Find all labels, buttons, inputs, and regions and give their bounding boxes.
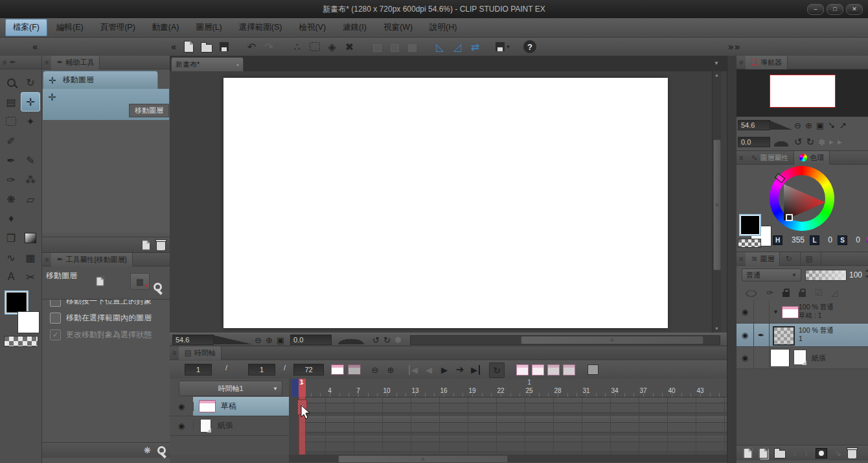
transparent-swatch[interactable]	[738, 239, 761, 248]
play-icon[interactable]: ▶	[437, 362, 451, 377]
fill-icon[interactable]: ◈	[323, 38, 341, 55]
expand-triangle-icon[interactable]: ▼	[773, 309, 779, 315]
save-icon[interactable]	[215, 38, 233, 55]
checkbox-row-2[interactable]: 移動在選擇範圍內的圖層	[50, 313, 170, 324]
rotate-cw-icon[interactable]: ↻	[383, 335, 391, 345]
reselect-icon[interactable]	[306, 38, 323, 55]
register-settings-icon[interactable]: ❋	[144, 445, 151, 455]
rotate-view-tool-icon[interactable]: ↻	[21, 73, 40, 92]
panel-menu-icon[interactable]: ≡	[739, 58, 742, 66]
menu-item-window[interactable]: 視窗(W)	[376, 19, 420, 36]
tab-color-wheel[interactable]: 色環	[794, 151, 830, 165]
layer-row-cel-1[interactable]: ◉ ✒ 100 % 普通 1	[737, 324, 868, 347]
rotate-ccw-icon[interactable]: ↺	[372, 335, 380, 345]
create-layer-mask-icon[interactable]	[816, 448, 827, 458]
paper-thumbnail[interactable]	[770, 349, 790, 367]
current-frame-value[interactable]: 1	[185, 364, 212, 375]
sat-value[interactable]: 0	[847, 235, 860, 244]
deselect-icon[interactable]: ∴	[288, 38, 306, 55]
undo-icon[interactable]: ↶	[243, 38, 260, 55]
scroll-down-icon[interactable]: ▼	[713, 325, 721, 333]
snap-ruler-icon[interactable]: ◺	[431, 38, 449, 55]
tab-layer-search[interactable]: ↻	[780, 252, 800, 266]
pencil-tool-icon[interactable]: ✎	[21, 150, 40, 170]
zoom-value[interactable]: 54.6	[172, 335, 214, 345]
menu-item-help[interactable]: 說明(H)	[422, 19, 464, 36]
maximize-button[interactable]: □	[827, 4, 843, 15]
main-color-swatch[interactable]	[739, 214, 761, 236]
figure-tool-icon[interactable]: ∿	[1, 248, 21, 267]
menu-item-file[interactable]: 檔案(F)	[5, 19, 47, 36]
close-button[interactable]: ✕	[846, 4, 863, 15]
panel-menu-icon[interactable]: ≡	[3, 58, 6, 66]
eye-icon[interactable]: ◉	[170, 421, 194, 431]
fill-tool-icon[interactable]: ❒	[1, 228, 21, 248]
help-icon[interactable]: ?	[523, 40, 536, 53]
navigator-canvas-frame[interactable]	[770, 75, 836, 108]
eye-icon[interactable]: ◉	[737, 300, 754, 323]
flip-vertical-icon[interactable]: ➚	[839, 120, 847, 130]
opacity-value[interactable]: 100	[849, 270, 862, 279]
layer-row-draft-folder[interactable]: ◉ ▼ 100 % 普通 草稿 : 1	[737, 300, 868, 324]
canvas-tab[interactable]: 新畫布* ●	[171, 57, 244, 71]
next-frame-icon[interactable]: ➔	[453, 362, 467, 377]
hue-value[interactable]: 355	[782, 235, 805, 244]
new-animation-folder-icon[interactable]	[531, 362, 545, 377]
opacity-spin-down-icon[interactable]: ▼	[865, 274, 868, 279]
tab-layer-property[interactable]: ∿ 圖層屬性	[746, 151, 794, 165]
eye-icon[interactable]: ◉	[737, 324, 754, 346]
minimize-button[interactable]: ‒	[807, 4, 824, 15]
create-sub-tool-icon[interactable]	[142, 240, 150, 250]
gradient-tool-icon[interactable]	[21, 228, 40, 248]
panel-menu-icon[interactable]: ≡	[45, 255, 48, 263]
menu-item-view[interactable]: 檢視(V)	[291, 19, 334, 36]
zoom-in-icon[interactable]: ⊕	[266, 335, 273, 345]
nav-zoom-slider[interactable]	[770, 121, 792, 130]
eyedropper-tool-icon[interactable]: ✐	[1, 131, 21, 150]
tab-layers[interactable]: ≋ 圖層	[746, 252, 780, 266]
timeline-film-2-icon[interactable]	[347, 362, 361, 377]
timeline-scroll-thumb[interactable]: ≡	[338, 455, 508, 463]
tab-navigator[interactable]: ❏ 導航器	[746, 56, 788, 69]
nav-rotate-slider[interactable]	[770, 137, 792, 147]
tab-close-icon[interactable]: ●	[236, 62, 239, 67]
tab-list-dropdown-icon[interactable]: ▼	[714, 60, 719, 66]
opacity-slider[interactable]	[805, 270, 847, 281]
panel-menu-icon[interactable]: ≡	[172, 349, 176, 357]
tab-sub-tool[interactable]: ✒ 輔助工具	[51, 56, 100, 69]
menu-item-animation[interactable]: 動畫(A)	[144, 19, 187, 36]
airbrush-tool-icon[interactable]: ⁂	[21, 170, 40, 189]
tab-animation-cels[interactable]: ▤	[801, 252, 821, 266]
nav-fit-icon[interactable]: ▣	[816, 121, 824, 130]
track-row-paper[interactable]: ◉ 紙張	[170, 416, 289, 436]
blend-mode-dropdown[interactable]: 普通 ▼	[742, 268, 801, 281]
nav-rotate-ccw-icon[interactable]: ↺	[794, 136, 803, 148]
lock-transparent-pixels-icon[interactable]	[799, 288, 806, 297]
panel-menu-icon[interactable]: ≡	[739, 154, 742, 161]
menu-item-selection[interactable]: 選擇範圍(S)	[231, 19, 290, 36]
operation-tool-icon[interactable]: ▤	[1, 92, 21, 112]
layer-row-paper[interactable]: ◉ 紙張	[737, 347, 868, 369]
frame-border-tool-icon[interactable]: ▦	[21, 248, 40, 267]
horizontal-scrollbar[interactable]: ≡	[410, 335, 720, 345]
transparent-color-swatch[interactable]	[4, 336, 38, 347]
collapse-right-dock-icon[interactable]: »	[728, 41, 733, 52]
menu-item-filter[interactable]: 濾鏡(I)	[335, 19, 374, 36]
opacity-spin-up-icon[interactable]: ▲	[865, 268, 868, 272]
collapse-right-panel-icon[interactable]: »	[735, 41, 740, 52]
workspace-layout-icon[interactable]: ▼	[494, 38, 512, 55]
clip-to-layer-below-icon[interactable]: ◯	[746, 289, 757, 296]
new-vector-layer-icon[interactable]	[759, 447, 768, 458]
hscroll-thumb[interactable]: ≡	[521, 336, 703, 344]
timeline-name-dropdown[interactable]: 時間軸1 ▼	[179, 381, 282, 396]
pin-icon[interactable]: ✑	[766, 288, 773, 298]
track-row-draft[interactable]: ◉ 草稿	[170, 397, 289, 416]
go-last-frame-icon[interactable]: ▶	[468, 362, 483, 377]
rotate-value[interactable]: 0.0	[290, 335, 332, 345]
nav-step-right-icon[interactable]: ▶	[838, 139, 842, 145]
snap-grid-icon[interactable]: ⇄	[466, 38, 484, 55]
vertical-scrollbar[interactable]: ▲ ≡ ▼	[712, 71, 721, 333]
text-tool-icon[interactable]: A	[1, 267, 21, 287]
nav-step-left-icon[interactable]: ▶	[829, 139, 834, 145]
decoration-tool-icon[interactable]: ❋	[1, 189, 21, 209]
